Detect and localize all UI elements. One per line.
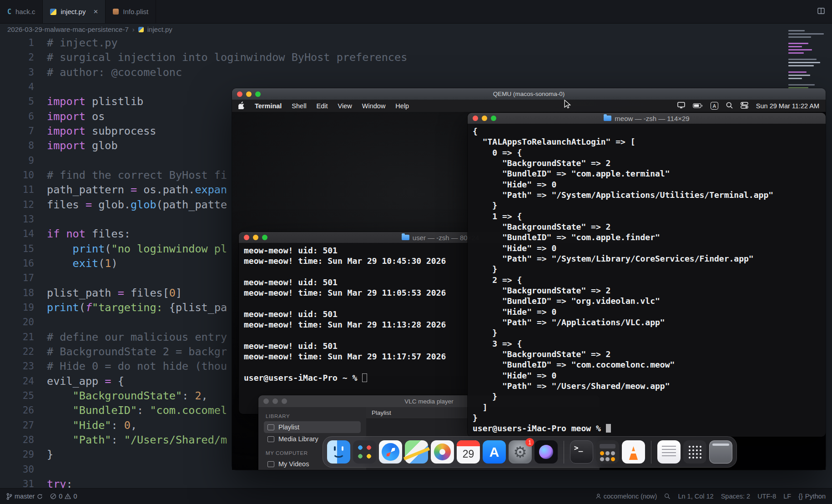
menu-help[interactable]: Help: [395, 102, 409, 110]
input-source-icon[interactable]: A: [711, 102, 718, 110]
line-number: 9: [0, 155, 34, 166]
line-number: 22: [0, 346, 34, 357]
search-indicator[interactable]: [664, 493, 671, 499]
safari-icon[interactable]: [379, 440, 402, 464]
terminal-line: "Path" => "/System/Applications/Utilitie…: [473, 190, 821, 201]
calendar-icon[interactable]: 29: [457, 440, 480, 464]
tab-hack-c[interactable]: C hack.c: [0, 0, 43, 23]
qemu-title-bar[interactable]: QEMU (macos-sonoma-0): [232, 88, 826, 100]
split-editor-icon[interactable]: [817, 7, 825, 16]
menu-bar-clock[interactable]: Sun 29 Mar 11:22 AM: [756, 102, 819, 110]
minimize-window-icon[interactable]: [246, 91, 252, 97]
terminal-line: "BackgroundState" => 2: [473, 286, 821, 296]
tab-label: inject.py: [61, 8, 86, 15]
minimize-window-icon[interactable]: [253, 235, 258, 240]
terminal-line: }: [473, 413, 821, 423]
line-number: 18: [0, 287, 34, 298]
zoom-window-icon[interactable]: [262, 235, 267, 240]
terminal-line: "BundleID" => "com.apple.finder": [473, 232, 821, 243]
breadcrumb[interactable]: 2026-03-29-malware-mac-persistence-7 › i…: [0, 23, 172, 35]
tab-inject-py[interactable]: inject.py ×: [43, 0, 106, 23]
sync-icon[interactable]: [37, 494, 43, 499]
menu-right: A Sun 29 Mar 11:22 AM: [677, 102, 819, 110]
keyboard-icon[interactable]: [683, 440, 706, 464]
terminal-line: ]: [473, 403, 821, 413]
dock-separator: [564, 441, 564, 464]
close-window-icon[interactable]: [263, 398, 269, 404]
minimize-window-icon[interactable]: [482, 116, 487, 121]
macos-screen: Terminal ShellEditViewWindowHelp A Sun 2…: [232, 100, 826, 470]
menu-edit[interactable]: Edit: [317, 102, 328, 110]
menu-window[interactable]: Window: [362, 102, 386, 110]
tab-info-plist[interactable]: Info.plist: [106, 0, 156, 23]
terminal-meow-title-bar[interactable]: meow — -zsh — 114×29: [468, 113, 826, 124]
menu-view[interactable]: View: [338, 102, 352, 110]
window-controls: [473, 116, 496, 121]
apple-menu-icon[interactable]: [238, 101, 245, 111]
cursor-position[interactable]: Ln 1, Col 12: [678, 493, 713, 500]
display-icon[interactable]: [677, 102, 685, 110]
line-number: 16: [0, 258, 34, 269]
line-number: 10: [0, 170, 34, 181]
git-author-indicator[interactable]: cocomelonc (now): [595, 493, 657, 500]
terminal-line: "Hide" => 0: [473, 180, 821, 190]
zoom-window-icon[interactable]: [255, 91, 261, 97]
active-app-name[interactable]: Terminal: [255, 102, 282, 110]
app-store-icon[interactable]: [483, 440, 506, 464]
eol-indicator[interactable]: LF: [783, 493, 791, 500]
terminal-line: 1 => {: [473, 212, 821, 222]
terminal-line: "BundleID" => "com.apple.terminal": [473, 169, 821, 179]
launchpad-icon[interactable]: [353, 440, 376, 464]
terminal-line: 2 => {: [473, 275, 821, 286]
line-number: 27: [0, 420, 34, 431]
magnifier-icon: [664, 493, 671, 499]
terminal-meow-body[interactable]: { "TALAppsToRelaunchAtLogin" => [ 0 => {…: [468, 124, 826, 437]
close-window-icon[interactable]: [244, 235, 249, 240]
spotlight-search-icon[interactable]: [726, 102, 733, 110]
problems-indicator[interactable]: 0 0: [50, 493, 77, 500]
control-center-icon[interactable]: [741, 102, 748, 110]
minimap-line: [788, 33, 824, 35]
textedit-icon[interactable]: [657, 440, 681, 464]
minimap-line: [788, 84, 815, 86]
line-number: 15: [0, 243, 34, 254]
breadcrumb-folder[interactable]: 2026-03-29-malware-mac-persistence-7: [7, 25, 129, 33]
trash-icon[interactable]: [709, 440, 732, 464]
line-number: 21: [0, 332, 34, 343]
vlc-sidebar-item-playlist[interactable]: Playlist: [264, 421, 361, 433]
terminal-line: }: [473, 264, 821, 275]
vlc-icon[interactable]: [622, 440, 645, 464]
terminal-window-meow: meow — -zsh — 114×29 { "TALAppsToRelaunc…: [468, 113, 826, 437]
terminal-cursor: [362, 373, 367, 382]
language-indicator[interactable]: {} Python: [798, 493, 826, 500]
close-window-icon[interactable]: [237, 91, 242, 97]
branch-indicator[interactable]: master: [6, 493, 43, 500]
terminal-line: }: [473, 392, 821, 402]
battery-icon[interactable]: [693, 102, 703, 110]
close-window-icon[interactable]: [473, 116, 478, 121]
editor-tab-bar: C hack.c inject.py × Info.plist: [0, 0, 832, 24]
menu-shell[interactable]: Shell: [292, 102, 306, 110]
calculator-icon[interactable]: [596, 440, 619, 464]
breadcrumb-file[interactable]: inject.py: [147, 25, 172, 33]
person-icon: [595, 493, 601, 499]
warning-count: 0: [73, 493, 77, 500]
line-number: 19: [0, 302, 34, 313]
minimize-window-icon[interactable]: [272, 398, 278, 404]
macos-menu-bar: Terminal ShellEditViewWindowHelp A Sun 2…: [232, 100, 826, 112]
settings-icon[interactable]: 1: [509, 440, 532, 464]
python-file-icon: [50, 9, 56, 15]
terminal-prompt: user@users-iMac-Pro meow %: [473, 423, 821, 434]
terminal-icon[interactable]: [570, 440, 593, 464]
finder-icon[interactable]: [327, 440, 350, 464]
close-tab-icon[interactable]: ×: [93, 8, 98, 15]
tab-bar-spacer: [156, 0, 810, 23]
maps-icon[interactable]: [405, 440, 428, 464]
siri-icon[interactable]: [534, 440, 558, 464]
encoding-indicator[interactable]: UTF-8: [757, 493, 776, 500]
status-bar: master 0 0 cocomelonc (now) Ln 1, Col 12…: [0, 488, 832, 504]
zoom-window-icon[interactable]: [491, 116, 496, 121]
indentation-indicator[interactable]: Spaces: 2: [721, 493, 751, 500]
zoom-window-icon[interactable]: [282, 398, 287, 404]
photos-icon[interactable]: [431, 440, 454, 464]
